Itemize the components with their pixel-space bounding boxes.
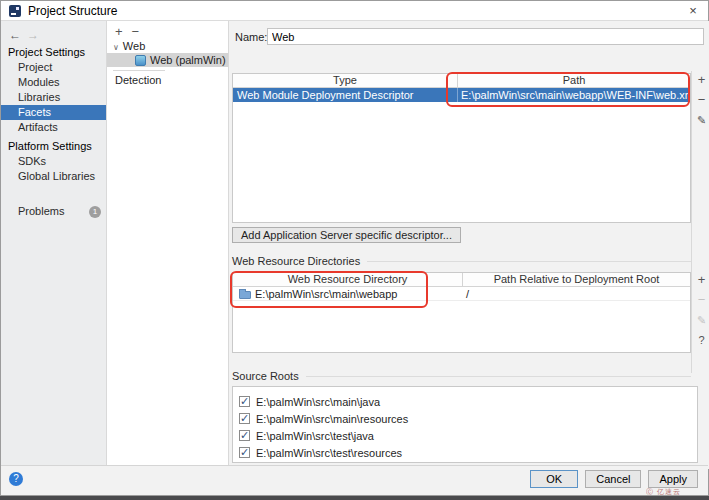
screen: Project Structure × ←→ Project Settings … — [0, 0, 709, 500]
source-root-path: E:\palmWin\src\test\java — [256, 430, 374, 442]
sidebar-item-libraries[interactable]: Libraries — [1, 90, 106, 105]
source-root-path: E:\palmWin\src\test\resources — [256, 447, 402, 459]
window-title: Project Structure — [28, 4, 117, 18]
checkbox-checked-icon[interactable] — [239, 447, 250, 458]
tree-node-web[interactable]: ∨Web — [107, 39, 228, 53]
resource-table-toolbar: + − ✎ ? — [693, 271, 709, 351]
add-resource-dir-icon[interactable]: + — [693, 271, 709, 291]
toolbar-divider — [691, 71, 692, 373]
web-resource-directories-table: Web Resource Directory Path Relative to … — [232, 272, 691, 353]
checkbox-checked-icon[interactable] — [239, 413, 250, 424]
sidebar-item-modules[interactable]: Modules — [1, 75, 106, 90]
sidebar-item-problems[interactable]: Problems 1 — [1, 204, 106, 219]
chevron-down-icon[interactable]: ∨ — [113, 43, 119, 52]
tree-node-web-label: Web — [123, 40, 145, 52]
source-roots-label: Source Roots — [232, 370, 299, 382]
project-structure-dialog: Project Structure × ←→ Project Settings … — [0, 0, 709, 496]
taskbar — [0, 496, 709, 500]
nav-history-arrows: ←→ — [1, 21, 106, 45]
sidebar-item-project[interactable]: Project — [1, 60, 106, 75]
name-label: Name: — [235, 31, 267, 43]
titlebar: Project Structure × — [1, 1, 708, 21]
help-icon[interactable]: ? — [693, 331, 709, 351]
close-icon[interactable]: × — [684, 3, 702, 19]
edit-resource-dir-icon: ✎ — [693, 311, 709, 331]
list-item[interactable]: E:\palmWin\src\main\resources — [239, 410, 697, 427]
facet-tree-toolbar: +− — [107, 21, 228, 39]
watermark: Ⓒ 亿速云 — [646, 487, 681, 497]
resource-table-header: Web Resource Directory Path Relative to … — [233, 273, 690, 287]
column-path-relative: Path Relative to Deployment Root — [462, 273, 690, 286]
web-facet-icon — [135, 55, 146, 66]
app-icon — [9, 5, 21, 17]
checkbox-checked-icon[interactable] — [239, 396, 250, 407]
deployment-descriptors-table: Type Path Web Module Deployment Descript… — [232, 73, 691, 223]
ok-button[interactable]: OK — [530, 470, 578, 488]
settings-sidebar: ←→ Project Settings Project Modules Libr… — [1, 21, 107, 469]
table-row-web-module-descriptor[interactable]: Web Module Deployment Descriptor E:\palm… — [233, 88, 690, 102]
dialog-footer: ? OK Cancel Apply — [1, 465, 708, 491]
source-roots-section: Source Roots — [232, 370, 691, 382]
cancel-button[interactable]: Cancel — [585, 470, 641, 488]
web-resource-directories-section: Web Resource Directories — [232, 255, 691, 267]
facet-tree-panel: +− ∨Web Web (palmWin) Detection — [107, 21, 229, 469]
edit-descriptor-icon[interactable]: ✎ — [693, 111, 709, 131]
tree-node-web-palmwin[interactable]: Web (palmWin) — [107, 53, 228, 67]
tree-node-web-palmwin-label: Web (palmWin) — [150, 53, 226, 67]
tree-separator — [113, 70, 165, 71]
list-item[interactable]: E:\palmWin\src\test\java — [239, 427, 697, 444]
deployment-table-header: Type Path — [233, 74, 690, 88]
help-button[interactable]: ? — [9, 472, 23, 486]
table-row-webapp-dir[interactable]: E:\palmWin\src\main\webapp / — [233, 287, 690, 301]
tree-node-detection[interactable]: Detection — [107, 73, 228, 87]
checkbox-checked-icon[interactable] — [239, 430, 250, 441]
sidebar-item-sdks[interactable]: SDKs — [1, 154, 106, 169]
apply-button[interactable]: Apply — [648, 470, 698, 488]
folder-icon — [239, 291, 251, 299]
problems-count-badge: 1 — [89, 206, 101, 218]
web-resource-directories-label: Web Resource Directories — [232, 255, 360, 267]
sidebar-item-global-libraries[interactable]: Global Libraries — [1, 169, 106, 184]
platform-settings-header: Platform Settings — [1, 139, 106, 154]
descriptor-type-cell: Web Module Deployment Descriptor — [233, 88, 457, 102]
column-type: Type — [233, 74, 457, 87]
sidebar-item-facets[interactable]: Facets — [1, 105, 106, 120]
source-root-path: E:\palmWin\src\main\java — [256, 396, 380, 408]
descriptor-path-cell: E:\palmWin\src\main\webapp\WEB-INF\web.x… — [457, 88, 690, 102]
list-item[interactable]: E:\palmWin\src\test\resources — [239, 444, 697, 461]
facet-name-input[interactable] — [267, 28, 704, 45]
resource-rel-path-cell: / — [462, 287, 690, 300]
remove-facet-icon[interactable]: − — [132, 24, 140, 39]
sidebar-item-artifacts[interactable]: Artifacts — [1, 120, 106, 135]
source-root-path: E:\palmWin\src\main\resources — [256, 413, 408, 425]
column-web-resource-directory: Web Resource Directory — [233, 273, 462, 286]
back-icon[interactable]: ← — [9, 28, 27, 42]
project-settings-header: Project Settings — [1, 45, 106, 60]
source-roots-list: E:\palmWin\src\main\java E:\palmWin\src\… — [232, 386, 698, 463]
problems-label: Problems — [18, 205, 64, 217]
column-path: Path — [457, 74, 690, 87]
add-app-server-descriptor-button[interactable]: Add Application Server specific descript… — [232, 227, 461, 243]
facet-editor: Name: Deployment Descriptors Type Path W… — [229, 21, 709, 469]
resource-dir-cell: E:\palmWin\src\main\webapp — [233, 287, 462, 300]
forward-icon[interactable]: → — [27, 28, 45, 42]
remove-descriptor-icon[interactable]: − — [693, 91, 709, 111]
remove-resource-dir-icon: − — [693, 291, 709, 311]
deployment-table-toolbar: + − ✎ — [693, 71, 709, 131]
add-facet-icon[interactable]: + — [115, 24, 123, 39]
add-descriptor-icon[interactable]: + — [693, 71, 709, 91]
list-item[interactable]: E:\palmWin\src\main\java — [239, 393, 697, 410]
